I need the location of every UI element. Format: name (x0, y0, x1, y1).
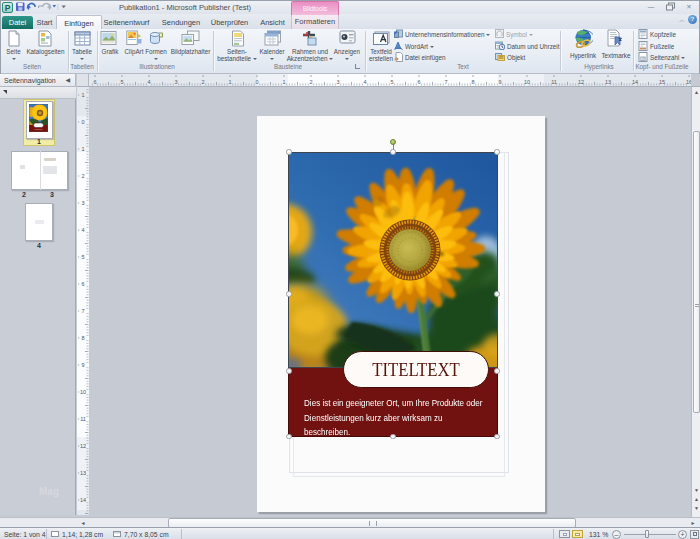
svg-text:11: 11 (80, 416, 86, 422)
svg-text:6: 6 (93, 79, 96, 85)
svg-text:4: 4 (363, 79, 366, 85)
svg-text:8: 8 (81, 335, 84, 341)
svg-text:5: 5 (390, 79, 393, 85)
svg-text:10: 10 (80, 389, 86, 395)
svg-text:14: 14 (632, 79, 638, 85)
svg-text:7: 7 (444, 79, 447, 85)
svg-text:7: 7 (81, 308, 84, 314)
svg-text:13: 13 (80, 470, 86, 476)
svg-text:0: 0 (81, 119, 84, 125)
svg-text:12: 12 (578, 79, 584, 85)
svg-text:2: 2 (201, 79, 204, 85)
svg-text:8: 8 (471, 79, 474, 85)
svg-text:1: 1 (81, 146, 84, 152)
svg-text:16: 16 (686, 79, 691, 85)
svg-text:6: 6 (81, 281, 84, 287)
svg-text:4: 4 (147, 79, 150, 85)
svg-text:3: 3 (174, 79, 177, 85)
svg-text:13: 13 (605, 79, 611, 85)
svg-text:9: 9 (498, 79, 501, 85)
svg-text:15: 15 (659, 79, 665, 85)
svg-text:9: 9 (81, 362, 84, 368)
svg-text:2: 2 (309, 79, 312, 85)
svg-text:3: 3 (336, 79, 339, 85)
svg-text:4: 4 (81, 227, 84, 233)
svg-text:1: 1 (282, 79, 285, 85)
svg-text:1: 1 (228, 79, 231, 85)
svg-text:10: 10 (524, 79, 530, 85)
svg-text:3: 3 (81, 200, 84, 206)
svg-text:6: 6 (417, 79, 420, 85)
svg-text:0: 0 (255, 79, 258, 85)
svg-text:5: 5 (120, 79, 123, 85)
svg-text:14: 14 (80, 497, 86, 503)
svg-text:12: 12 (80, 443, 86, 449)
svg-text:5: 5 (81, 254, 84, 260)
svg-text:11: 11 (551, 79, 557, 85)
svg-text:1: 1 (81, 92, 84, 98)
svg-text:2: 2 (81, 173, 84, 179)
